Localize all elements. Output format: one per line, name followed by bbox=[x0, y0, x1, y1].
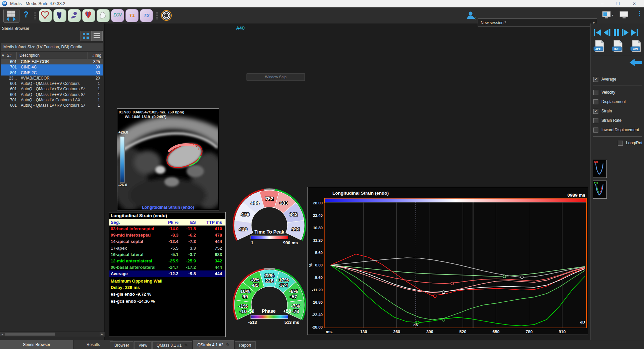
x-tick-label: 520 bbox=[460, 330, 467, 334]
col-visible: V bbox=[1, 52, 5, 59]
x-tick-label: 780 bbox=[526, 330, 533, 334]
checkbox-inward-displacement[interactable]: Inward Displacement bbox=[591, 125, 644, 135]
app-tab-browser[interactable]: Browser bbox=[110, 341, 133, 349]
checkbox-average[interactable]: ✓Average bbox=[591, 74, 644, 84]
session-combobox[interactable]: New session * ▾ bbox=[478, 18, 597, 27]
strain-chart-panel[interactable]: 28.0022.4016.8011.205.600.00-5.60-11.20-… bbox=[307, 187, 588, 335]
app-tab-qstrain-4-1-2[interactable]: QStrain 4.1 #2✎ bbox=[193, 340, 234, 349]
series-row[interactable]: 701CINE 4C30 bbox=[1, 64, 103, 70]
svg-text:▾: ▾ bbox=[612, 13, 613, 17]
minimize-button[interactable]: – bbox=[597, 0, 608, 7]
series-row[interactable]: 801CINE 2C30 bbox=[1, 70, 103, 76]
layout-select-button[interactable]: ▾ bbox=[602, 10, 616, 21]
checkbox-velocity[interactable]: Velocity bbox=[591, 88, 644, 97]
series-row[interactable]: 601CINE EJE COR325 bbox=[1, 59, 103, 64]
colorbar-max-label: +26.0 bbox=[118, 130, 128, 134]
col-series-number: S# bbox=[5, 52, 17, 59]
checkbox-icon[interactable] bbox=[593, 128, 598, 133]
series-row[interactable]: 601AutoQ - QMass LV+RV Contours SAX1 bbox=[1, 103, 103, 108]
scroll-right-button[interactable]: ▸ bbox=[100, 332, 104, 336]
help-button[interactable]: ? bbox=[23, 10, 29, 19]
app-anatomy-icon[interactable] bbox=[82, 9, 95, 22]
series-row[interactable]: 601AutoQ - QMass LV+RV Contours SAX1 bbox=[1, 86, 103, 92]
series-row[interactable]: 601AutoQ - QMass LV+RV Contours SAX1 bbox=[1, 92, 103, 97]
x-axis-label: ms. bbox=[326, 330, 333, 334]
app-tab-qmass-8-1-1[interactable]: QMass 8.1 #1✎ bbox=[152, 341, 193, 349]
strain-table-header: Seg. Pk % ES TTP ms bbox=[109, 219, 225, 226]
study-tab[interactable]: Medis Infarct Size (LV Function, DSI) Ca… bbox=[1, 43, 103, 51]
panel-tab-results[interactable]: Results bbox=[73, 340, 113, 349]
list-view-button[interactable] bbox=[92, 31, 103, 41]
app-t1-icon[interactable]: T1 bbox=[125, 9, 139, 22]
thumbnail-label: a4c bbox=[594, 181, 598, 184]
phase-title-row: -50 Phase +50 bbox=[248, 308, 291, 314]
series-row[interactable]: 601AutoQ - QMass LV+RV Contours1 bbox=[1, 81, 103, 86]
close-button[interactable]: ✕ bbox=[629, 0, 640, 7]
checkbox-icon[interactable] bbox=[593, 118, 598, 123]
scrollbar-thumb[interactable] bbox=[5, 333, 55, 336]
scroll-left-button[interactable]: ◂ bbox=[0, 332, 5, 336]
export-avi-button[interactable]: AVI bbox=[630, 40, 642, 54]
app-flow-icon[interactable] bbox=[68, 9, 81, 22]
layout-button[interactable] bbox=[3, 9, 19, 23]
checkbox-long-rot[interactable]: Long/Rot bbox=[591, 138, 644, 148]
session-value: New session * bbox=[481, 20, 506, 25]
ttp-scale-max: 990 ms bbox=[283, 240, 298, 245]
arch-segment-value: 478 bbox=[241, 211, 249, 217]
y-tick-label: -22.40 bbox=[312, 313, 323, 317]
app-membrane-icon[interactable] bbox=[97, 9, 110, 22]
series-row[interactable]: 23...#VIAB/EJECOR20 bbox=[1, 76, 103, 81]
checkbox-icon[interactable] bbox=[618, 141, 623, 146]
back-arrow-button[interactable] bbox=[630, 58, 642, 66]
step-back-icon bbox=[604, 29, 608, 36]
y-tick-label: 5.60 bbox=[315, 251, 323, 255]
panel-tab-series-browser[interactable]: Series Browser bbox=[0, 340, 73, 349]
more-menu-button[interactable]: ⋮ bbox=[637, 9, 643, 17]
cine-image-viewport[interactable]: 017/30 034/0547/1025 ms. (59 bpm) WL 104… bbox=[117, 108, 219, 210]
col-pk: Pk % bbox=[161, 219, 178, 226]
phase-scale-max: 513 ms bbox=[284, 320, 299, 325]
series-table-header: V S# Description #Img bbox=[1, 52, 103, 59]
bottom-tab-bar: Series BrowserResults BrowserViewQMass 8… bbox=[0, 340, 644, 349]
app-ecv-icon[interactable]: ECV bbox=[111, 9, 124, 22]
mri-image bbox=[117, 109, 218, 209]
view-thumbnail-a4c[interactable]: a4c bbox=[593, 181, 607, 199]
thumbnail-view-button[interactable] bbox=[80, 31, 92, 41]
cycle-gradient-bar bbox=[324, 198, 587, 202]
arch-segment-value: 752 bbox=[265, 196, 273, 201]
col-description: Description bbox=[17, 52, 88, 59]
ttp-title: Time To Peak bbox=[231, 229, 307, 235]
checkbox-strain[interactable]: ✓Strain bbox=[591, 106, 644, 116]
checkbox-icon[interactable]: ✓ bbox=[593, 109, 598, 114]
app-t2-icon[interactable]: T2 bbox=[140, 9, 153, 22]
app-ventricle-icon[interactable] bbox=[53, 9, 66, 22]
app-lv-function-icon[interactable] bbox=[39, 9, 52, 22]
title-bar: M Medis - Medis Suite 4.0.38.2 – ❐ ✕ bbox=[0, 0, 644, 7]
global-strain-note: es-gls endo -9.72 % bbox=[109, 291, 225, 298]
series-row[interactable]: 701AutoQ - QMass LV Contours LAX ...1 bbox=[1, 97, 103, 103]
export-jpg-button[interactable]: JPG bbox=[593, 40, 605, 54]
rings-icon[interactable] bbox=[160, 9, 172, 23]
checkbox-strain-rate[interactable]: Strain Rate bbox=[591, 116, 644, 125]
app-tab-view[interactable]: View bbox=[134, 341, 152, 349]
end-session-user-icon[interactable]: x bbox=[466, 10, 476, 21]
checkbox-icon[interactable] bbox=[593, 99, 598, 104]
y-tick-label: 28.00 bbox=[313, 201, 323, 205]
checkbox-icon[interactable]: ✓ bbox=[593, 77, 598, 82]
checkbox-displacement[interactable]: Displacement bbox=[591, 97, 644, 106]
cine-caption-link[interactable]: Longitudinal Strain (endo) bbox=[117, 205, 219, 210]
toolbar-grip-2 bbox=[156, 11, 158, 20]
start-marker bbox=[324, 198, 325, 203]
horizontal-scrollbar[interactable]: ◂ ▸ bbox=[0, 332, 105, 337]
window-snip-box: Window Snip bbox=[247, 73, 305, 81]
playback-controls[interactable] bbox=[594, 28, 641, 37]
checkbox-label: Strain Rate bbox=[601, 118, 622, 123]
app-tab-report[interactable]: Report bbox=[235, 341, 256, 349]
maximize-button[interactable]: ❐ bbox=[612, 0, 624, 7]
checkbox-icon[interactable] bbox=[593, 90, 598, 95]
y-tick-label: -11.20 bbox=[312, 288, 323, 292]
export-dat-button[interactable]: DAT bbox=[612, 40, 623, 54]
screen-button[interactable] bbox=[619, 10, 630, 21]
y-tick-label: -5.60 bbox=[314, 276, 323, 280]
view-thumbnail-a2c[interactable]: a2c bbox=[593, 160, 607, 178]
